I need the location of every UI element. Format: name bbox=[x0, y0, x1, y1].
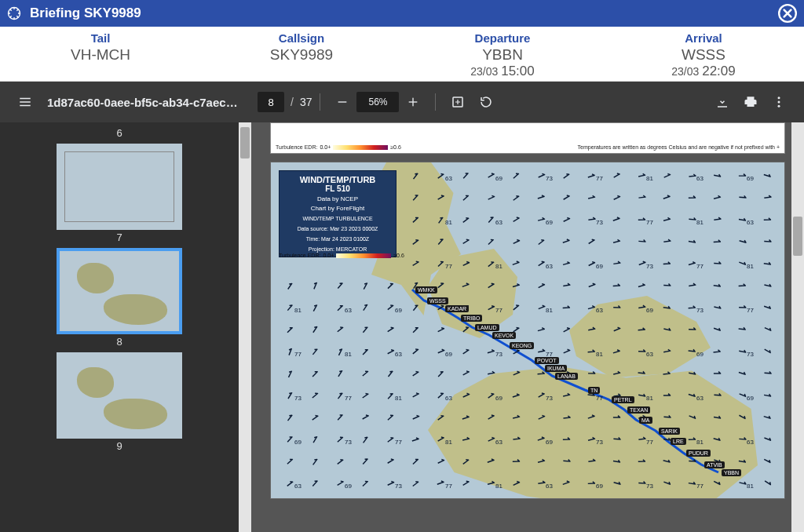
callsign-col: Callsign SKY9989 bbox=[201, 27, 402, 81]
departure-col: Departure YBBN 23/03 15:00 bbox=[402, 27, 603, 81]
pdf-page-area[interactable]: Turbulence EDR:0.0+≥0.6 Temperatures are… bbox=[251, 122, 804, 532]
waypoint-label: ATVIB bbox=[704, 461, 725, 468]
svg-rect-3 bbox=[20, 101, 31, 103]
page-scrollbar[interactable] bbox=[791, 122, 804, 532]
wind-temp-chart: WIND/TEMP/TURB FL 510 Data by NCEP Chart… bbox=[270, 162, 785, 499]
page-total: 37 bbox=[300, 96, 312, 108]
tail-col: Tail VH-MCH bbox=[0, 27, 201, 81]
thumb-scrollbar[interactable] bbox=[239, 122, 251, 532]
departure-time: 23/03 15:00 bbox=[402, 64, 603, 79]
waypoint-label: SARIK bbox=[659, 428, 680, 435]
landmass bbox=[569, 296, 711, 382]
thumb-9[interactable] bbox=[57, 352, 182, 439]
pdf-filename: 1d87ac60-0aee-bf5c-ab34-c7aece03… bbox=[47, 96, 243, 109]
rotate-button[interactable] bbox=[472, 88, 500, 116]
more-icon[interactable] bbox=[765, 88, 793, 116]
svg-point-11 bbox=[778, 101, 780, 104]
waypoint-label: KEVOK bbox=[492, 332, 516, 339]
svg-point-12 bbox=[778, 105, 780, 107]
window-titlebar: Briefing SKY9989 bbox=[0, 0, 804, 27]
callsign-label: Callsign bbox=[201, 31, 402, 45]
waypoint-label: LAMUD bbox=[475, 324, 499, 331]
callsign-value: SKY9989 bbox=[201, 46, 402, 64]
prev-page-footer: Turbulence EDR:0.0+≥0.6 Temperatures are… bbox=[270, 122, 785, 154]
menu-icon[interactable] bbox=[11, 88, 39, 116]
waypoint-label: TEXAN bbox=[627, 406, 650, 414]
thumb-label: 9 bbox=[116, 440, 122, 452]
compass-icon bbox=[6, 5, 22, 21]
svg-point-10 bbox=[778, 97, 780, 99]
waypoint-label: PETRL bbox=[612, 396, 634, 403]
waypoint-label: LANAB bbox=[555, 373, 578, 380]
svg-rect-7 bbox=[413, 98, 414, 107]
arrival-time: 23/03 22:09 bbox=[603, 64, 804, 79]
zoom-in-button[interactable] bbox=[399, 88, 427, 116]
flight-info-bar: Tail VH-MCH Callsign SKY9989 Departure Y… bbox=[0, 27, 804, 82]
tail-label: Tail bbox=[0, 31, 201, 45]
window-title: Briefing SKY9989 bbox=[30, 5, 141, 21]
waypoint-label: WSSS bbox=[427, 297, 448, 304]
close-icon[interactable] bbox=[777, 3, 798, 24]
arrival-value: WSSS bbox=[603, 46, 804, 64]
download-button[interactable] bbox=[708, 88, 736, 116]
waypoint-label: YBBN bbox=[722, 469, 741, 476]
thumb-8[interactable] bbox=[57, 248, 182, 334]
thumb-label: 8 bbox=[116, 336, 122, 348]
waypoint-label: KADAR bbox=[445, 305, 469, 312]
waypoint-label: IKUMA bbox=[545, 365, 567, 372]
zoom-level[interactable]: 56% bbox=[356, 92, 399, 112]
waypoint-label: TN bbox=[588, 387, 600, 394]
waypoint-label: MA bbox=[639, 417, 652, 424]
thumbnail-panel: 6 7 8 9 bbox=[0, 122, 251, 532]
waypoint-label: TRIBO bbox=[461, 315, 482, 322]
thumb-label: 6 bbox=[116, 127, 122, 139]
waypoint-label: WMKK bbox=[415, 286, 437, 293]
waypoint-label: POVOT bbox=[535, 357, 559, 364]
chart-info-box: WIND/TEMP/TURB FL 510 Data by NCEP Chart… bbox=[279, 170, 397, 257]
departure-label: Departure bbox=[402, 31, 603, 45]
svg-rect-5 bbox=[338, 101, 347, 102]
edr-legend: Turbulence EDR:0.0+≥0.6 bbox=[279, 253, 404, 258]
arrival-label: Arrival bbox=[603, 31, 804, 45]
temp-note: Temperatures are written as degrees Cels… bbox=[578, 144, 780, 150]
svg-rect-9 bbox=[718, 106, 727, 107]
waypoint-label: LRE bbox=[671, 438, 686, 445]
departure-value: YBBN bbox=[402, 46, 603, 64]
arrival-col: Arrival WSSS 23/03 22:09 bbox=[603, 27, 804, 81]
waypoint-label: PUDUR bbox=[686, 450, 711, 457]
waypoint-label: KEONG bbox=[510, 342, 534, 349]
svg-rect-4 bbox=[20, 105, 31, 107]
print-button[interactable] bbox=[736, 88, 765, 116]
page-nav: / 37 bbox=[258, 92, 312, 112]
thumb-7[interactable] bbox=[57, 144, 182, 230]
pdf-viewer: 6 7 8 9 bbox=[0, 122, 804, 532]
zoom-out-button[interactable] bbox=[328, 88, 356, 116]
thumb-label: 7 bbox=[116, 231, 122, 243]
svg-rect-2 bbox=[20, 98, 31, 100]
tail-value: VH-MCH bbox=[0, 46, 201, 64]
page-input[interactable] bbox=[258, 92, 284, 112]
fit-page-button[interactable] bbox=[444, 88, 472, 116]
pdf-toolbar: 1d87ac60-0aee-bf5c-ab34-c7aece03… / 37 5… bbox=[0, 82, 804, 122]
